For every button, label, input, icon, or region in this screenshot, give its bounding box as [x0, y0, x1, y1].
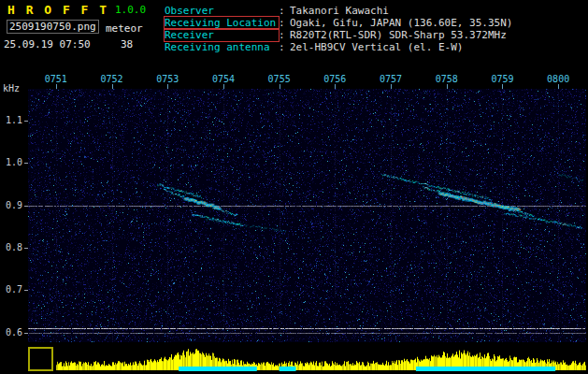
x-axis-label: 0753	[156, 74, 179, 84]
y-axis-label: 0.6	[0, 327, 22, 338]
x-axis-label: 0758	[436, 74, 458, 84]
info-row-antenna: Receiving antenna : 2el-HB9CV Vertical (…	[165, 41, 512, 53]
y-axis-label: 1.0	[0, 157, 22, 167]
x-axis-label: 0752	[101, 74, 123, 84]
x-axis-label: 0757	[380, 74, 402, 84]
info-label: Observer	[165, 5, 279, 17]
info-value: R820T2(RTL-SDR) SDR-Sharp 53.372MHz	[290, 29, 507, 41]
meteor-count: 38	[121, 38, 133, 50]
info-value: 2el-HB9CV Vertical (el. E-W)	[290, 41, 463, 53]
spectrogram-canvas	[28, 89, 586, 343]
info-value: Takanori Kawachi	[290, 5, 389, 17]
y-axis-label: 0.7	[0, 284, 22, 295]
x-axis-label: 0751	[45, 74, 67, 84]
info-colon: :	[279, 29, 290, 41]
x-axis-label: 0755	[268, 74, 291, 84]
mode-label: meteor	[106, 22, 143, 35]
level-scale-box	[28, 347, 53, 371]
output-filename: 2509190750.png	[7, 20, 99, 34]
info-row-observer: Observer : Takanori Kawachi	[165, 5, 512, 17]
info-colon: :	[279, 17, 290, 29]
x-axis-label: 0800	[547, 74, 569, 84]
y-axis-label: 1.1	[0, 115, 22, 125]
y-axis-label: 0.8	[0, 242, 22, 252]
y-axis-unit-label: kHz	[3, 83, 20, 94]
info-value: Ogaki, Gifu, JAPAN (136.60E, 35.35N)	[290, 17, 512, 29]
observation-timestamp: 25.09.19 07:50	[4, 38, 91, 50]
hrofft-output-image: H R O F F T 1.0.0 2509190750.png meteor …	[0, 0, 588, 374]
x-axis-label: 0759	[491, 74, 513, 84]
app-version: 1.0.0	[115, 4, 146, 16]
station-info: Observer : Takanori Kawachi Receiving Lo…	[165, 5, 512, 53]
info-colon: :	[279, 41, 290, 53]
x-axis-label: 0754	[212, 74, 235, 84]
app-title: H R O F F T	[7, 3, 108, 17]
info-colon: :	[279, 5, 290, 17]
info-label: Receiving Location	[165, 17, 279, 29]
info-label: Receiving antenna	[165, 41, 279, 53]
x-axis-label: 0756	[323, 74, 346, 84]
info-row-receiver: Receiver : R820T2(RTL-SDR) SDR-Sharp 53.…	[165, 29, 512, 41]
y-axis-label: 0.9	[0, 200, 22, 210]
info-row-location: Receiving Location : Ogaki, Gifu, JAPAN …	[165, 17, 512, 29]
noise-level-canvas	[28, 342, 586, 371]
info-label: Receiver	[165, 29, 279, 41]
